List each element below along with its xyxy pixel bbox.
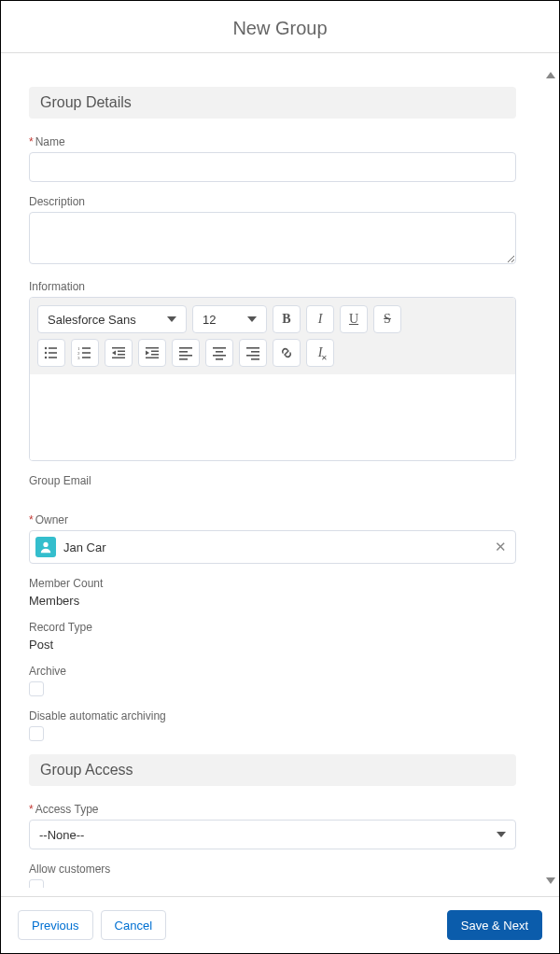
modal-title: New Group (1, 1, 559, 52)
close-icon: ✕ (495, 539, 507, 555)
access-type-label: *Access Type (29, 803, 516, 816)
svg-rect-31 (251, 351, 259, 353)
svg-rect-25 (179, 358, 188, 360)
information-label: Information (29, 280, 516, 293)
field-name: *Name (29, 135, 516, 182)
field-description: Description (29, 195, 516, 267)
svg-rect-33 (251, 358, 259, 360)
divider (1, 52, 559, 53)
align-center-icon (212, 345, 227, 360)
svg-rect-17 (146, 347, 159, 349)
bullet-list-icon (44, 345, 59, 360)
scroll-up-icon (546, 72, 555, 78)
owner-lookup[interactable]: Jan Car ✕ (29, 530, 516, 564)
rte-bold-button[interactable]: B (273, 305, 301, 333)
field-group-email: Group Email (29, 474, 516, 487)
field-allow-customers: Allow customers (29, 863, 516, 888)
svg-point-2 (45, 352, 47, 354)
number-list-icon: 123 (77, 345, 92, 360)
rte-align-right-button[interactable] (239, 339, 267, 367)
access-type-value: --None-- (39, 828, 84, 842)
svg-point-4 (45, 357, 47, 358)
align-left-icon (178, 345, 193, 360)
rte-number-list-button[interactable]: 123 (71, 339, 99, 367)
chevron-down-icon (497, 832, 506, 837)
svg-rect-14 (118, 351, 125, 353)
modal-footer: Previous Cancel Save & Next (1, 896, 559, 953)
svg-rect-5 (49, 357, 57, 358)
link-icon (279, 345, 294, 360)
allow-customers-checkbox[interactable] (29, 879, 44, 888)
form-scroll-area[interactable]: Group Details *Name Description Informat… (3, 68, 544, 888)
allow-customers-label: Allow customers (29, 863, 516, 876)
svg-rect-23 (179, 351, 188, 353)
rte-outdent-button[interactable] (105, 339, 133, 367)
chevron-down-icon (167, 316, 176, 322)
rte-underline-button[interactable]: U (340, 305, 368, 333)
svg-rect-12 (112, 347, 125, 349)
record-type-label: Record Type (29, 621, 516, 634)
svg-marker-13 (112, 351, 116, 356)
rte-indent-button[interactable] (138, 339, 166, 367)
record-type-value: Post (29, 638, 516, 652)
rte-size-value: 12 (203, 313, 216, 327)
indent-icon (145, 345, 160, 360)
svg-rect-9 (82, 352, 91, 354)
rte-content-area[interactable] (30, 374, 515, 460)
rte-link-button[interactable] (273, 339, 301, 367)
svg-rect-11 (82, 357, 91, 358)
svg-point-34 (43, 542, 48, 547)
svg-rect-26 (213, 347, 226, 349)
owner-clear-button[interactable]: ✕ (491, 538, 510, 556)
rte-align-center-button[interactable] (205, 339, 233, 367)
disable-auto-archive-label: Disable automatic archiving (29, 709, 516, 723)
svg-rect-1 (49, 347, 57, 349)
description-textarea[interactable] (29, 212, 516, 264)
svg-rect-3 (49, 352, 57, 354)
svg-rect-16 (112, 358, 125, 359)
svg-rect-7 (82, 347, 91, 349)
rte-strike-button[interactable]: S (373, 305, 401, 333)
rte-italic-button[interactable]: I (306, 305, 334, 333)
rte-font-select[interactable]: Salesforce Sans (37, 305, 187, 333)
save-next-button[interactable]: Save & Next (447, 910, 542, 940)
rte-size-select[interactable]: 12 (192, 305, 267, 333)
member-count-value: Members (29, 594, 516, 608)
svg-rect-19 (151, 351, 159, 353)
user-avatar-icon (35, 537, 56, 557)
svg-rect-21 (146, 358, 159, 359)
archive-label: Archive (29, 665, 516, 678)
rte-toolbar: Salesforce Sans 12 B I U S (30, 298, 515, 374)
cancel-button[interactable]: Cancel (101, 910, 166, 940)
field-information: Information Salesforce Sans 12 B I U S (29, 280, 516, 461)
svg-rect-32 (246, 355, 259, 357)
name-label: *Name (29, 135, 516, 148)
access-type-select[interactable]: --None-- (29, 820, 516, 849)
field-record-type: Record Type Post (29, 621, 516, 652)
section-header-details: Group Details (29, 87, 516, 119)
archive-checkbox[interactable] (29, 681, 44, 696)
previous-button[interactable]: Previous (18, 910, 93, 940)
disable-auto-archive-checkbox[interactable] (29, 726, 44, 741)
svg-rect-29 (216, 358, 223, 360)
owner-label: *Owner (29, 513, 516, 526)
rte-align-left-button[interactable] (172, 339, 200, 367)
scrollbar[interactable] (546, 68, 555, 888)
section-header-access: Group Access (29, 754, 516, 786)
rte-font-value: Salesforce Sans (48, 313, 136, 327)
align-right-icon (245, 345, 260, 360)
member-count-label: Member Count (29, 577, 516, 590)
field-member-count: Member Count Members (29, 577, 516, 608)
scroll-down-icon (546, 877, 555, 884)
field-owner: *Owner Jan Car ✕ (29, 513, 516, 564)
name-input[interactable] (29, 152, 516, 182)
svg-rect-30 (246, 347, 259, 349)
svg-rect-28 (213, 355, 226, 357)
field-archive: Archive (29, 665, 516, 696)
field-disable-auto-archive: Disable automatic archiving (29, 709, 516, 741)
rich-text-editor: Salesforce Sans 12 B I U S (29, 297, 516, 461)
rte-bullet-list-button[interactable] (37, 339, 65, 367)
chevron-down-icon (247, 316, 257, 322)
svg-rect-24 (179, 355, 192, 357)
rte-clear-format-button[interactable]: I✕ (306, 339, 334, 367)
